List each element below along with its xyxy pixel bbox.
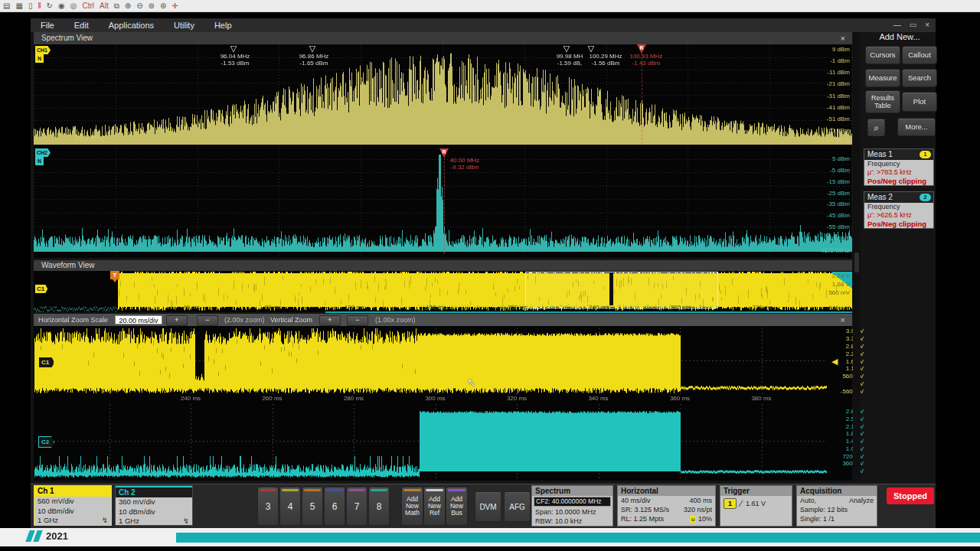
spectrum-cf-value[interactable]: CF2: 40.0000000 MHz	[534, 497, 611, 507]
meas2-source-pill: 2	[920, 194, 931, 201]
scrollbar-thumb[interactable]	[854, 253, 859, 272]
horizontal-zoom-scale-input[interactable]: 20.00 ms/div	[115, 315, 162, 324]
spectrum2-trace-badge[interactable]: N	[35, 157, 44, 165]
ch1-badge-card[interactable]: Ch 1 560 mV/div 10 dBm/div 1 GHz ↯	[34, 485, 112, 526]
add-new-math-button[interactable]: Add New Math	[401, 487, 423, 526]
waveform-channel-badge[interactable]: C1	[35, 285, 47, 293]
menu-utility[interactable]: Utility	[164, 18, 204, 32]
trigger-position-icon[interactable]: T	[110, 271, 119, 279]
pause-icon[interactable]: ‖	[38, 1, 41, 11]
spectrum1-plot[interactable]	[34, 44, 852, 145]
zoom-c2-plot[interactable]	[34, 404, 827, 478]
add-new-ref-button[interactable]: Add New Ref	[423, 487, 446, 526]
h-zoom-decrease-button[interactable]: −	[197, 315, 218, 326]
acquisition-card-title: Acquisition	[797, 486, 877, 496]
ctrl-key[interactable]: Ctrl	[82, 1, 94, 11]
zoom-c1-badge[interactable]: C1	[38, 357, 54, 368]
spectrum-span: Span: 10.0000 MHz	[532, 507, 612, 517]
menu-file[interactable]: File	[31, 18, 64, 32]
alt-key[interactable]: Alt	[100, 1, 109, 11]
clipboard-icon[interactable]: ▦	[15, 1, 22, 11]
horizontal-sample-rate: SR: 3.125 MS/s	[621, 505, 669, 514]
acquisition-badge-card[interactable]: Acquisition Auto, Analyze Sample: 12 bit…	[796, 485, 877, 527]
ref-marker-freq: 100.93 MHz	[629, 53, 662, 60]
zoom-c2-badge[interactable]: C2	[38, 436, 54, 448]
zoom-c1-plot[interactable]	[34, 328, 827, 394]
maximize-button[interactable]: ▭	[910, 18, 916, 32]
zoom-tool-icon[interactable]: ⌕	[867, 119, 885, 136]
callout-button[interactable]: Callout	[902, 46, 937, 64]
refresh-icon[interactable]: ↻	[47, 1, 53, 11]
menu-applications[interactable]: Applications	[99, 18, 164, 32]
marker4-icon[interactable]: ▽	[588, 44, 594, 52]
channel-3-button[interactable]: 3	[257, 487, 279, 526]
measure-button[interactable]: Measure	[865, 69, 900, 87]
h-zoom-increase-button[interactable]: +	[166, 315, 188, 326]
menu-help[interactable]: Help	[204, 18, 242, 32]
ch2-badge-card[interactable]: Ch 2 360 mV/div 10 dBm/div 1 GHz ↯	[115, 485, 193, 526]
horizontal-badge-card[interactable]: Horizontal 40 ms/div 400 ms SR: 3.125 MS…	[617, 485, 716, 527]
zoom-out-icon[interactable]: ⊖	[136, 1, 142, 11]
footer-bar	[176, 533, 980, 543]
menu-edit[interactable]: Edit	[64, 18, 99, 32]
channel-8-button[interactable]: 8	[368, 487, 390, 526]
horizontal-scale: 40 ms/div	[621, 496, 651, 505]
channel-5-button[interactable]: 5	[302, 487, 323, 526]
zoom-overview-box[interactable]	[525, 272, 718, 308]
zoom-header: Horizontal Zoom Scale 20.00 ms/div + − (…	[34, 314, 852, 326]
spectrum2-channel-badge[interactable]: CH2	[35, 148, 51, 157]
add-new-bus-button[interactable]: Add New Bus	[446, 487, 468, 526]
marker1-icon[interactable]: ▽	[230, 44, 237, 52]
afg-button[interactable]: AFG	[504, 491, 531, 522]
dvm-button[interactable]: DVM	[475, 491, 501, 522]
more-button[interactable]: More...	[897, 118, 936, 136]
plot-button[interactable]: Plot	[902, 92, 937, 112]
close-button[interactable]: ×	[925, 18, 929, 32]
minimize-button[interactable]: —	[893, 18, 901, 32]
add-button-color-stripe	[426, 489, 443, 491]
results-table-button[interactable]: Results Table	[865, 90, 900, 113]
run-stop-status-button[interactable]: Stopped	[887, 487, 934, 504]
spectrum1-channel-badge[interactable]: CH1	[35, 46, 51, 54]
meas2-badge-card[interactable]: Meas 2 2 Frequency μ': >626.5 kHz Pos/Ne…	[864, 191, 934, 229]
zoom-in-icon[interactable]: ⊕	[125, 1, 131, 11]
vertical-zoom-label: Vertical Zoom	[270, 314, 312, 326]
channel-7-button[interactable]: 7	[346, 487, 368, 526]
channel-4-button[interactable]: 4	[279, 487, 301, 526]
search-button[interactable]: Search	[902, 69, 937, 87]
spectrum-view-close-icon[interactable]: ×	[838, 33, 848, 44]
fullscreen-icon[interactable]: ✛	[172, 1, 178, 11]
marker1-freq: 96.04 MHz	[220, 53, 250, 60]
trigger-badge-card[interactable]: Trigger 1 ∕ 1.61 V	[720, 485, 792, 527]
binocular-icon[interactable]: ◎	[70, 1, 77, 11]
horizontal-zoom-scale-label: Horizontal Zoom Scale	[38, 314, 108, 326]
zoom-region-icon[interactable]: ⊚	[149, 1, 155, 11]
x-axis-label: 280 ms	[344, 395, 364, 402]
save-icon[interactable]: ▤	[3, 1, 10, 11]
spectrum2-plot[interactable]	[34, 145, 852, 258]
v-zoom-increase-button[interactable]: +	[319, 315, 341, 326]
zoom-reset-icon[interactable]: ⊛	[160, 1, 166, 11]
channel-button-label: 6	[332, 501, 338, 512]
cursors-button[interactable]: Cursors	[865, 46, 900, 64]
channel-button-label: 3	[266, 501, 271, 512]
y-axis-label: 9 dBm	[832, 47, 850, 53]
meas1-value: μ': >783.5 kHz	[864, 168, 933, 177]
document-icon[interactable]: ▯	[28, 1, 33, 11]
view-icon[interactable]: ◉	[58, 1, 65, 11]
spectrum1-stop-freq: 103.50 MHz	[784, 136, 850, 144]
copy-icon[interactable]: ⧉	[114, 1, 119, 11]
spectrum2-ref-marker-line	[444, 158, 445, 254]
marker3-icon[interactable]: ▽	[564, 44, 570, 52]
panel-scrollbar[interactable]	[853, 32, 861, 481]
v-zoom-decrease-button[interactable]: −	[347, 315, 368, 326]
marker2-icon[interactable]: ▽	[309, 44, 315, 52]
spectrum-badge-card[interactable]: Spectrum CF2: 40.0000000 MHz Span: 10.00…	[531, 485, 613, 527]
spectrum1-trace-badge[interactable]: N	[35, 54, 44, 63]
meas1-badge-card[interactable]: Meas 1 1 Frequency μ': >783.5 kHz Pos/Ne…	[864, 148, 934, 186]
marker3-level: -1.59 dB,	[557, 60, 583, 67]
h-zoom-factor: (2.00x zoom)	[224, 314, 265, 326]
x-axis-label: 300 ms	[425, 395, 445, 402]
channel-6-button[interactable]: 6	[324, 487, 345, 526]
zoom-panel-close-icon[interactable]: ×	[838, 315, 848, 325]
